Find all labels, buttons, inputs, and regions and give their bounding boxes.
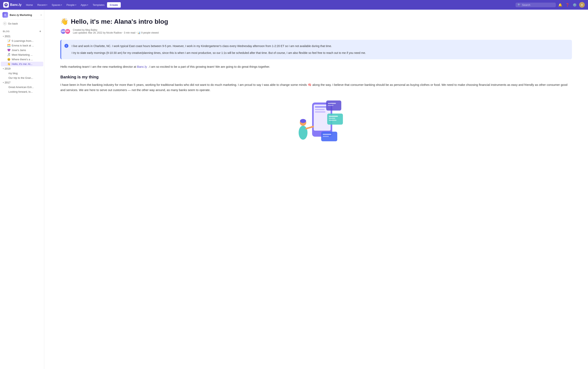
item-icon: 📝 — [7, 40, 10, 42]
sidebar-item-meet-marketing[interactable]: 🎵 Meet Marketing ... — [1, 52, 43, 57]
sidebar-item-joses-jams[interactable]: 💜 Jose's Jams — [1, 48, 43, 52]
nav-recent[interactable]: Recent ▾ — [35, 2, 49, 8]
sidebar-year-2021[interactable]: ▾ 2021 — [0, 34, 44, 39]
svg-rect-9 — [328, 105, 334, 106]
svg-rect-13 — [329, 120, 336, 121]
svg-rect-12 — [329, 118, 335, 119]
svg-rect-8 — [328, 103, 336, 104]
item-icon: 💜 — [7, 49, 10, 52]
svg-rect-15 — [323, 134, 331, 135]
sidebar-item-5learnings[interactable]: 📝 5 Learnings from... — [1, 39, 43, 43]
notifications-icon[interactable]: 🔔 — [557, 2, 563, 8]
sidebar-year-2019[interactable]: ▾ 2019 — [0, 66, 44, 71]
sidebar-year-2017[interactable]: ▾ 2017 — [0, 80, 44, 85]
collapse-sidebar-button[interactable]: ‹ — [41, 13, 42, 17]
info-paragraph-2: I try to slate early mornings (9-10:30 a… — [72, 51, 567, 55]
info-paragraph-1: I live and work in Charlotte, NC. I work… — [72, 44, 567, 48]
sidebar: B Banc.ly Marketing ‹ ← Go back BLOG + ▾… — [0, 10, 44, 369]
sidebar-item-looking-forward[interactable]: Looking forward, lo... — [1, 90, 43, 94]
sidebar-item-where-theres[interactable]: 😄 Where there's a ... — [1, 57, 43, 62]
svg-point-1 — [6, 4, 6, 4]
chevron-down-icon: ▾ — [75, 4, 76, 6]
last-updated: Last updated: Mar 28, 2022 by Nicole Rad… — [73, 31, 158, 34]
chevron-down-icon: ▾ — [87, 4, 88, 6]
sidebar-header: B Banc.ly Marketing ‹ — [0, 10, 44, 20]
banking-paragraph: I have been in from the banking industry… — [60, 82, 572, 92]
svg-rect-6 — [315, 111, 326, 112]
nav-home[interactable]: Home — [24, 2, 35, 8]
top-navigation: Banc.ly Home Recent ▾ Spaces ▾ People ▾ … — [0, 0, 588, 10]
sidebar-item-emma[interactable]: 🌅 Emma is back at ... — [1, 43, 43, 48]
info-icon: i — [64, 44, 68, 48]
space-name: Banc.ly Marketing — [10, 13, 39, 17]
add-blog-button[interactable]: + — [39, 30, 41, 33]
app-name: Banc.ly — [10, 3, 21, 7]
info-callout-box: i I live and work in Charlotte, NC. I wo… — [60, 40, 572, 59]
main-nav: Home Recent ▾ Spaces ▾ People ▾ Apps ▾ T… — [24, 2, 515, 8]
author-avatars: MB NR — [60, 29, 70, 34]
topnav-right: 🔍 🔔 ❓ ⚙️ A — [515, 2, 585, 8]
item-icon: 👋 — [7, 62, 10, 66]
page-title: Hello, it's me: Alana's intro blog — [71, 18, 168, 25]
sidebar-item-my-blog[interactable]: my blog — [1, 71, 43, 76]
svg-rect-5 — [315, 109, 325, 110]
back-icon: ← — [3, 21, 7, 26]
space-icon: B — [2, 12, 8, 18]
settings-icon[interactable]: ⚙️ — [572, 2, 578, 8]
item-icon: 😄 — [7, 58, 10, 61]
avatar-nicole: NR — [65, 29, 70, 34]
nav-people[interactable]: People ▾ — [64, 2, 78, 8]
page-layout: B Banc.ly Marketing ‹ ← Go back BLOG + ▾… — [0, 10, 588, 369]
search-bar[interactable]: 🔍 — [515, 3, 556, 7]
sidebar-item-eclipse[interactable]: Great American Ecli... — [1, 85, 43, 90]
title-emoji: 👋 — [60, 18, 68, 25]
logo-icon — [3, 2, 9, 8]
banking-section-heading: Banking is my thing — [60, 75, 572, 80]
help-icon[interactable]: ❓ — [565, 2, 570, 8]
go-back-button[interactable]: ← Go back — [0, 20, 44, 28]
svg-point-17 — [299, 126, 307, 140]
sidebar-section-header: BLOG + — [0, 28, 44, 34]
chevron-icon: ▾ — [3, 81, 4, 84]
chevron-icon: ▾ — [3, 35, 4, 37]
search-input[interactable] — [522, 3, 554, 6]
svg-rect-4 — [315, 106, 327, 108]
item-icon: 🌅 — [7, 44, 10, 47]
svg-point-19 — [300, 119, 306, 123]
item-icon: 🎵 — [7, 53, 10, 56]
nav-templates[interactable]: Templates — [91, 2, 106, 8]
nav-spaces[interactable]: Spaces ▾ — [50, 2, 64, 8]
bancly-link[interactable]: Banc.ly — [137, 65, 147, 68]
svg-rect-10 — [327, 114, 343, 125]
banking-illustration — [60, 99, 572, 143]
chevron-down-icon: ▾ — [61, 4, 62, 6]
meta-info: Created by Meg Bailey Last updated: Mar … — [73, 29, 158, 34]
svg-rect-11 — [329, 116, 338, 117]
sidebar-item-hello-alana[interactable]: 👋 Hello, it's me: Al... — [1, 62, 43, 66]
chevron-down-icon: ▾ — [46, 4, 47, 6]
intro-paragraph: Hello marketing team! I am the new marke… — [60, 64, 572, 69]
sidebar-item-gran-trip[interactable]: Our trip to the Gran... — [1, 76, 43, 80]
chevron-icon: ▾ — [3, 68, 4, 70]
app-logo[interactable]: Banc.ly — [3, 2, 21, 8]
views-icon: 📊 — [137, 31, 141, 34]
user-avatar[interactable]: A — [579, 2, 585, 8]
main-content: 👋 Hello, it's me: Alana's intro blog MB … — [44, 10, 588, 369]
page-meta: MB NR Created by Meg Bailey Last updated… — [60, 29, 572, 34]
search-icon: 🔍 — [518, 3, 521, 6]
svg-line-20 — [306, 127, 313, 129]
svg-rect-16 — [323, 136, 329, 137]
created-by: Created by Meg Bailey — [73, 29, 158, 31]
nav-apps[interactable]: Apps ▾ — [79, 2, 90, 8]
create-button[interactable]: Create — [107, 2, 121, 8]
info-content: I live and work in Charlotte, NC. I work… — [66, 44, 567, 55]
page-title-row: 👋 Hello, it's me: Alana's intro blog — [60, 18, 572, 25]
